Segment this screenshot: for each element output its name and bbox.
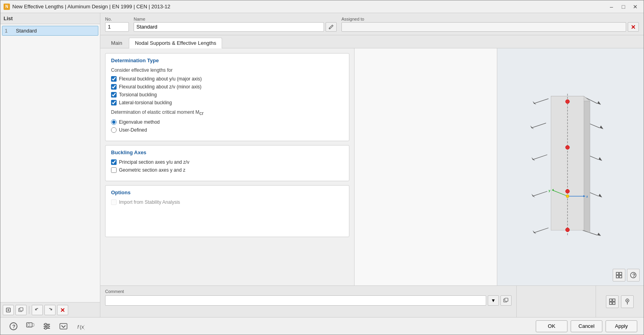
clear-assigned-button[interactable]	[628, 22, 639, 32]
titlebar-left: N New Effective Lengths | Aluminum Desig…	[4, 4, 170, 10]
svg-rect-47	[616, 272, 619, 275]
svg-text:z: z	[586, 195, 588, 198]
app-icon: N	[4, 4, 10, 10]
comment-copy-button[interactable]	[500, 295, 512, 306]
svg-point-70	[47, 325, 49, 327]
svg-rect-57	[610, 302, 612, 304]
view-help-button[interactable]: ?	[627, 269, 640, 281]
minimize-button[interactable]: –	[606, 2, 617, 11]
lateral-label[interactable]: Lateral-torsional buckling	[119, 100, 172, 105]
svg-rect-56	[613, 299, 615, 301]
options-title: Options	[111, 190, 343, 195]
list-header: List	[0, 13, 100, 24]
bottom-bar: Comment ▼	[100, 285, 644, 317]
eigenvalue-label[interactable]: Eigenvalue method	[119, 119, 160, 125]
no-field-group: No.	[105, 17, 129, 32]
view-settings-button[interactable]	[613, 269, 625, 281]
name-field-group: Name	[134, 17, 337, 32]
lateral-row: Lateral-torsional buckling	[111, 100, 343, 105]
tab-bar: Main Nodal Supports & Effective Lengths	[100, 35, 644, 48]
eigenvalue-radio[interactable]	[111, 119, 117, 125]
svg-text:f: f	[77, 324, 79, 330]
close-button[interactable]: ✕	[630, 2, 640, 11]
principal-checkbox[interactable]	[111, 159, 117, 165]
tab-main[interactable]: Main	[105, 38, 128, 48]
main-panel: No. Name Assigned to	[100, 13, 644, 317]
window-title: New Effective Lengths | Aluminum Design …	[12, 4, 170, 10]
torsional-label[interactable]: Torsional buckling	[119, 92, 157, 98]
flexural-y-label[interactable]: Flexural buckling about y/u (major axis)	[119, 76, 202, 82]
flexural-z-checkbox[interactable]	[111, 84, 117, 90]
lateral-checkbox[interactable]	[111, 100, 117, 105]
undo-button[interactable]	[32, 305, 43, 315]
torsional-row: Torsional buckling	[111, 92, 343, 98]
bottom-right-area	[596, 286, 644, 317]
svg-text:(x): (x)	[80, 324, 84, 330]
flexural-y-checkbox[interactable]	[111, 76, 117, 82]
svg-point-46	[566, 195, 569, 197]
buckling-axes-title: Buckling Axes	[111, 149, 343, 155]
svg-point-38	[565, 190, 569, 193]
options-section: Options Import from Stability Analysis	[105, 185, 349, 237]
import-stability-checkbox[interactable]	[111, 199, 117, 205]
principal-label[interactable]: Principal section axes y/u and z/v	[119, 159, 189, 165]
magnifier-icon-button[interactable]: 0.00	[23, 320, 37, 333]
list-items: 1 Standard	[0, 24, 100, 302]
main-window: N New Effective Lengths | Aluminum Desig…	[0, 0, 644, 335]
geometric-label[interactable]: Geometric section axes y and z	[119, 167, 185, 173]
top-bar: No. Name Assigned to	[100, 13, 644, 35]
comment-input[interactable]	[105, 295, 486, 306]
elastic-moment-label: Determination of elastic critical moment…	[111, 109, 343, 116]
bottom-view-btn-2[interactable]	[621, 295, 634, 308]
apply-button[interactable]: Apply	[606, 320, 637, 332]
flexural-z-label[interactable]: Flexural buckling about z/v (minor axis)	[119, 84, 201, 90]
add-button[interactable]	[3, 305, 14, 315]
comment-dropdown-button[interactable]: ▼	[488, 295, 499, 306]
help-icon-button[interactable]: ?	[7, 320, 20, 333]
geometric-checkbox[interactable]	[111, 167, 117, 173]
flexural-z-row: Flexural buckling about z/v (minor axis)	[111, 84, 343, 90]
delete-button[interactable]	[57, 305, 68, 315]
torsional-checkbox[interactable]	[111, 92, 117, 98]
assigned-field-group: Assigned to	[341, 17, 639, 32]
flexural-y-row: Flexural buckling about y/u (major axis)	[111, 76, 343, 82]
svg-point-69	[45, 323, 47, 325]
svg-text:?: ?	[12, 324, 15, 329]
import-stability-label[interactable]: Import from Stability Analysis	[119, 199, 180, 205]
svg-rect-55	[610, 299, 612, 301]
no-input[interactable]	[105, 22, 129, 32]
assigned-label: Assigned to	[341, 17, 639, 21]
right-3d-view: z y ?	[497, 48, 644, 285]
consider-label: Consider effective lengths for	[111, 67, 343, 73]
svg-text:?: ?	[632, 272, 636, 278]
svg-marker-32	[584, 96, 590, 233]
name-input[interactable]	[134, 22, 324, 32]
content-area: List 1 Standard	[0, 13, 644, 317]
ok-button[interactable]: OK	[536, 320, 567, 332]
user-defined-label[interactable]: User-Defined	[119, 127, 147, 133]
svg-rect-49	[616, 276, 619, 278]
cancel-button[interactable]: Cancel	[571, 320, 602, 332]
svg-text:y: y	[548, 189, 550, 192]
user-defined-radio[interactable]	[111, 127, 117, 133]
edit-name-button[interactable]	[326, 22, 337, 32]
titlebar: N New Effective Lengths | Aluminum Desig…	[0, 0, 644, 13]
bottom-view-btn-1[interactable]	[606, 295, 619, 308]
arrow-icon-button[interactable]	[57, 320, 70, 333]
assigned-input[interactable]	[341, 22, 626, 32]
duplicate-button[interactable]	[15, 305, 27, 315]
right-toolbar: ?	[613, 269, 640, 281]
function-icon-button[interactable]: f(x)	[73, 320, 87, 333]
tab-nodal[interactable]: Nodal Supports & Effective Lengths	[129, 38, 222, 48]
maximize-button[interactable]: □	[618, 2, 629, 11]
settings-icon-button[interactable]	[40, 320, 54, 333]
redo-button[interactable]	[44, 305, 56, 315]
column-3d-svg: z y	[497, 48, 644, 285]
svg-rect-50	[619, 276, 622, 278]
list-item[interactable]: 1 Standard	[2, 26, 98, 36]
bottom-middle-area	[517, 286, 596, 317]
determination-type-title: Determination Type	[111, 57, 343, 63]
name-label: Name	[134, 17, 337, 21]
determination-type-section: Determination Type Consider effective le…	[105, 53, 349, 141]
forms-area: Determination Type Consider effective le…	[100, 48, 354, 285]
